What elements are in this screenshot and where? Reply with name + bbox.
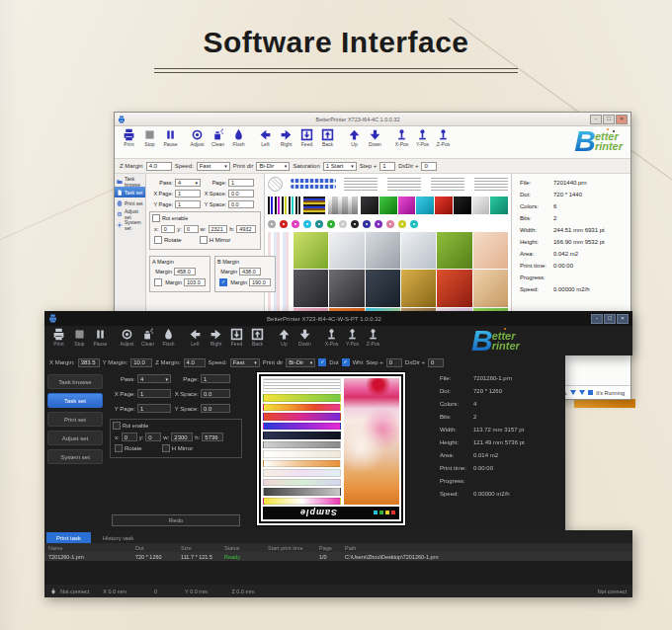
table-header-cell[interactable]: Status xyxy=(224,545,268,551)
toolbar-button[interactable]: Print xyxy=(48,328,69,347)
wht-checkbox[interactable] xyxy=(342,358,350,366)
sidebar-item[interactable]: Adjust set xyxy=(47,431,103,445)
dot-checkbox[interactable] xyxy=(318,358,326,366)
minimize-button[interactable]: - xyxy=(591,314,603,324)
roi-h-input[interactable]: 5736 xyxy=(202,433,223,441)
maximize-button[interactable]: □ xyxy=(604,314,616,324)
toolbar-button[interactable]: Left xyxy=(185,328,206,347)
roi-h-input[interactable]: 4932 xyxy=(236,225,256,233)
x-page-input[interactable]: 1 xyxy=(175,190,201,197)
table-header-cell[interactable]: Dot xyxy=(135,545,181,551)
x-margin-input[interactable]: 383.5 xyxy=(78,358,100,367)
sidebar-item[interactable]: Print set xyxy=(47,412,103,427)
toolbar-button[interactable]: Z-Pos xyxy=(433,128,454,147)
table-header-cell[interactable]: Size xyxy=(181,545,224,551)
roi-x-input[interactable]: 0 xyxy=(122,433,137,441)
roi-x-input[interactable]: 0 xyxy=(161,225,176,233)
sidebar-item[interactable]: System set xyxy=(115,219,145,230)
toolbar-button[interactable]: Right xyxy=(276,128,296,147)
toolbar-button[interactable]: Flush xyxy=(158,328,179,347)
sidebar-item[interactable]: Task set xyxy=(47,393,103,408)
x-space-input[interactable]: 0.0 xyxy=(228,190,254,197)
dxdir-input[interactable]: 0 xyxy=(428,358,444,367)
toolbar-button[interactable]: Feed xyxy=(226,328,247,347)
a-margin-input-1[interactable]: 458.0 xyxy=(174,268,196,276)
page-input[interactable]: 1 xyxy=(201,374,230,383)
toolbar-button[interactable]: X-Pos xyxy=(321,328,342,347)
print-dir-select[interactable]: Bi-Dir▾ xyxy=(286,358,315,367)
saturation-select[interactable]: 1 Start▾ xyxy=(323,162,357,171)
toolbar-button[interactable]: Adjust xyxy=(187,128,208,147)
toolbar-button[interactable]: Clean xyxy=(208,128,228,147)
toolbar-button[interactable]: Up xyxy=(274,328,294,347)
toolbar-button[interactable]: Adjust xyxy=(117,328,137,347)
toolbar-button[interactable]: Down xyxy=(365,128,385,147)
toolbar-button[interactable]: Z-Pos xyxy=(363,328,383,347)
toolbar-button[interactable]: Flush xyxy=(228,128,249,147)
z-margin-input[interactable]: 4.0 xyxy=(184,358,206,367)
toolbar-button[interactable]: Y-Pos xyxy=(342,328,363,347)
toolbar-button[interactable]: Right xyxy=(206,328,226,347)
z-margin-input[interactable]: 4.0 xyxy=(146,162,172,171)
table-row[interactable]: 7201260-1.prn720 * 1260111.7 * 121.5Read… xyxy=(44,552,632,561)
titlebar[interactable]: BetterPrinter X723-I64-4C-W-S-PT 1.0.0.3… xyxy=(44,311,632,326)
toolbar-button[interactable]: Clean xyxy=(137,328,158,347)
sidebar-item[interactable]: Task set xyxy=(115,187,145,197)
table-header-cell[interactable]: Start print time xyxy=(268,545,319,551)
h-mirror-checkbox[interactable] xyxy=(200,236,208,244)
toolbar-button[interactable]: Feed xyxy=(296,128,317,147)
toolbar-button[interactable]: Y-Pos xyxy=(412,128,433,147)
close-button[interactable]: × xyxy=(616,115,628,124)
roi-w-input[interactable]: 2300 xyxy=(171,433,193,441)
h-mirror-checkbox[interactable] xyxy=(162,444,170,452)
maximize-button[interactable]: □ xyxy=(603,115,615,124)
rotate-checkbox[interactable] xyxy=(115,444,123,452)
pass-select[interactable]: 4▾ xyxy=(137,374,171,383)
redo-button[interactable]: Redo xyxy=(112,514,240,526)
sidebar-item[interactable]: Print set xyxy=(115,197,145,208)
toolbar-button[interactable]: Pause xyxy=(90,328,111,347)
titlebar[interactable]: BetterPrinter X723-I64-4C 1.0.0.32 - □ × xyxy=(115,113,630,126)
speed-select[interactable]: Fast▾ xyxy=(230,358,260,367)
b-margin-checkbox[interactable] xyxy=(219,278,227,286)
y-space-input[interactable]: 0.0 xyxy=(228,200,254,208)
tab[interactable]: Print task xyxy=(46,532,91,543)
toolbar-button[interactable]: Print xyxy=(119,128,139,147)
sidebar-item[interactable]: Adjust set xyxy=(115,208,145,219)
toolbar-button[interactable]: Stop xyxy=(69,328,90,347)
a-margin-checkbox[interactable] xyxy=(154,278,162,286)
dxdir-input[interactable]: 0 xyxy=(421,162,437,171)
y-space-input[interactable]: 0.0 xyxy=(201,404,230,413)
roi-y-input[interactable]: 0 xyxy=(145,433,161,441)
speed-select[interactable]: Fast▾ xyxy=(197,162,230,171)
sidebar-item[interactable]: Task browse xyxy=(47,374,103,389)
roi-y-input[interactable]: 0 xyxy=(184,225,199,233)
toolbar-button[interactable]: Stop xyxy=(139,128,160,147)
toolbar-button[interactable]: Back xyxy=(247,328,268,347)
tab[interactable]: History task xyxy=(93,532,143,543)
sidebar-item[interactable]: Task browse xyxy=(115,176,145,187)
toolbar-button[interactable]: X-Pos xyxy=(391,128,412,147)
print-preview[interactable]: Sample xyxy=(256,369,406,530)
roi-w-input[interactable]: 2321 xyxy=(209,225,228,233)
toolbar-button[interactable]: Down xyxy=(294,328,315,347)
y-margin-input[interactable]: 10.0 xyxy=(130,358,152,367)
pass-select[interactable]: 4▾ xyxy=(175,179,201,187)
roi-enable-checkbox[interactable] xyxy=(113,422,121,430)
table-header-cell[interactable]: Page xyxy=(319,545,345,551)
b-margin-input-2[interactable]: 190.0 xyxy=(249,278,271,286)
page-input[interactable]: 1 xyxy=(228,179,254,187)
toolbar-button[interactable]: Up xyxy=(344,128,365,147)
print-dir-select[interactable]: Bi-Dir▾ xyxy=(256,162,290,171)
toolbar-button[interactable]: Back xyxy=(317,128,338,147)
a-margin-input-2[interactable]: 103.0 xyxy=(184,278,206,286)
x-page-input[interactable]: 1 xyxy=(137,389,171,398)
toolbar-button[interactable]: Left xyxy=(255,128,276,147)
roi-enable-checkbox[interactable] xyxy=(152,214,160,222)
minimize-button[interactable]: - xyxy=(590,115,602,124)
y-page-input[interactable]: 1 xyxy=(137,404,171,413)
step-input[interactable]: 1 xyxy=(379,162,395,171)
close-button[interactable]: × xyxy=(617,314,629,324)
y-page-input[interactable]: 1 xyxy=(175,200,201,208)
table-header-cell[interactable]: Path xyxy=(345,545,572,551)
